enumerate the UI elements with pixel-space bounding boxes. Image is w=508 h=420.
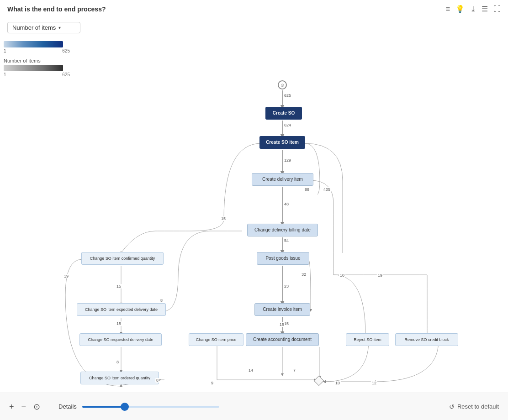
edge-label-12: 12 [371,381,377,385]
lightbulb-icon[interactable]: 💡 [455,5,465,13]
menu-icon[interactable]: ☰ [482,5,488,13]
edge-label-15-req: 15 [116,321,122,326]
zoom-controls: + − ⊙ [0,403,49,411]
change-so-ordered-qty-node[interactable]: Change SO item ordered quantity [80,372,159,384]
edge-label-405: 405 [323,187,331,192]
reset-icon: ↺ [449,403,455,410]
create-invoice-item-node[interactable]: Create invoice item [254,303,310,316]
create-delivery-item-node[interactable]: Create delivery item [252,173,313,186]
center-button[interactable]: ⊙ [33,403,40,411]
bottom-bar: + − ⊙ Details ↺ Reset to default [0,393,508,420]
change-delivery-billing-node[interactable]: Change delivery billing date [247,224,318,236]
filter-icon[interactable]: ≡ [446,5,450,13]
edge-label-19-right: 19 [377,273,383,278]
create-accounting-doc-node[interactable]: Create accounting document [246,333,319,346]
header: What is the end to end process? ≡ 💡 ⤓ ☰ … [0,0,508,18]
edge-label-48: 48 [283,202,290,206]
edge-label-8-ord: 8 [116,360,120,364]
details-label: Details [58,403,77,410]
edge-label-32: 32 [301,272,307,277]
edge-label-10-left: 10 [339,273,345,278]
change-so-expected-del-node[interactable]: Change SO item expected delivery date [77,303,166,316]
post-goods-issue-node[interactable]: Post goods issue [257,252,309,265]
edge-label-10-right: 10 [334,381,341,385]
process-canvas[interactable]: ⊙ Create SO Create SO item Create delive… [0,21,508,393]
details-slider-thumb[interactable] [121,403,129,411]
details-slider-fill [82,406,123,408]
reset-control: ↺ Reset to default [440,403,508,410]
edge-label-54: 54 [283,238,290,243]
zoom-out-button[interactable]: − [21,403,26,411]
download-icon[interactable]: ⤓ [470,5,476,13]
reset-label: Reset to default [457,403,499,410]
create-so-item-node[interactable]: Create SO item [259,136,305,149]
header-icons: ≡ 💡 ⤓ ☰ ⛶ [446,5,501,13]
change-so-confirmed-qty-node[interactable]: Change SO item confirmed quantity [81,252,164,265]
edge-label-15-down: 15 [116,284,122,289]
edge-label-8-right: 8 [159,298,164,303]
edge-label-19: 19 [63,274,69,278]
remove-so-credit-block-node[interactable]: Remove SO credit block [395,333,458,346]
edge-label-15-price: 15 [279,322,285,327]
edge-label-7: 7 [292,368,296,373]
reject-so-item-node[interactable]: Reject SO item [346,333,389,346]
edge-label-8-bottom: 8 [155,378,159,383]
change-so-item-price-node[interactable]: Change SO item price [189,333,243,346]
edge-label-15-left: 15 [220,216,227,221]
edge-label-624: 624 [283,123,292,127]
end-diamond-node [314,376,324,386]
details-control: Details [49,403,440,410]
fullscreen-icon[interactable]: ⛶ [493,5,501,13]
zoom-in-button[interactable]: + [9,403,14,411]
edge-label-14: 14 [248,368,254,373]
details-slider-track[interactable] [82,406,219,408]
page-title: What is the end to end process? [7,5,106,13]
start-node: ⊙ [278,80,287,89]
reset-to-default-button[interactable]: ↺ Reset to default [449,403,499,410]
create-so-node[interactable]: Create SO [265,107,302,120]
edge-label-23: 23 [283,284,290,289]
edge-label-88: 88 [304,187,310,192]
change-so-requested-del-node[interactable]: Change SO requested delivery date [79,333,162,346]
edge-label-625-top: 625 [283,93,292,98]
edge-label-9: 9 [210,381,214,385]
edge-label-129: 129 [283,158,292,163]
